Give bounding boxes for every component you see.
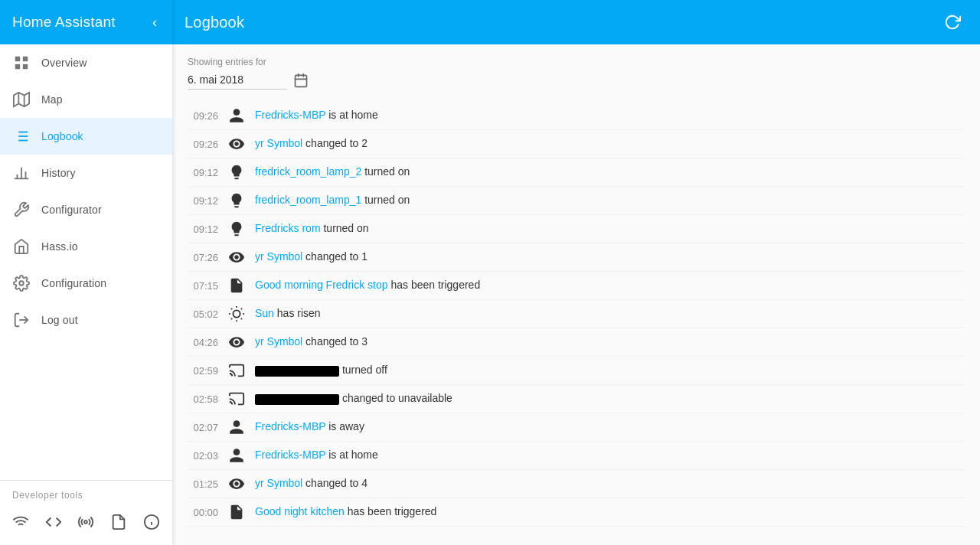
sidebar-item-map[interactable]: Map xyxy=(0,81,172,118)
showing-entries-label: Showing entries for xyxy=(188,57,965,67)
nav-item-label: Configurator xyxy=(41,204,160,216)
dev-wifi-button[interactable] xyxy=(8,508,34,536)
sidebar-item-history[interactable]: History xyxy=(0,155,172,191)
log-entry: 00:00Good night kitchen has been trigger… xyxy=(188,498,965,527)
log-entry: 07:15Good morning Fredrick stop has been… xyxy=(188,272,965,300)
log-entity-link[interactable]: Good night kitchen xyxy=(255,505,345,517)
log-entity-link[interactable]: yr Symbol xyxy=(255,250,302,263)
nav-item-label: Logbook xyxy=(41,130,160,142)
sidebar-item-hass-io[interactable]: Hass.io xyxy=(0,228,172,265)
log-text: Good night kitchen has been triggered xyxy=(255,504,965,520)
grid-icon xyxy=(12,54,31,72)
svg-rect-3 xyxy=(23,64,28,69)
log-entry: 09:12fredrick_room_lamp_2 turned on xyxy=(188,158,965,187)
page-title: Logbook xyxy=(185,14,244,31)
nav-item-label: Overview xyxy=(41,57,160,69)
person-icon xyxy=(227,418,246,436)
dev-info-button[interactable] xyxy=(138,508,165,536)
developer-tools-label: Developer tools xyxy=(0,484,172,504)
svg-marker-4 xyxy=(14,93,29,106)
svg-line-36 xyxy=(241,308,242,309)
log-text: Fredricks-MBP is away xyxy=(255,419,965,435)
log-text: Fredricks rom turned on xyxy=(255,221,965,237)
sidebar-item-configurator[interactable]: Configurator xyxy=(0,191,172,228)
eye-icon xyxy=(227,248,246,266)
nav-item-label: Map xyxy=(41,93,160,106)
dev-code-button[interactable] xyxy=(41,508,67,536)
sidebar-item-overview[interactable]: Overview xyxy=(0,44,172,81)
log-entity-link[interactable]: Sun xyxy=(255,307,274,319)
script-icon xyxy=(227,276,246,295)
sidebar-collapse-button[interactable]: ‹ xyxy=(149,11,160,34)
nav-item-label: Log out xyxy=(41,314,160,326)
date-filter: Showing entries for xyxy=(188,57,965,90)
content-area: Showing entries for 09:26Fredricks-MBP i… xyxy=(172,44,980,545)
main-content: Logbook Showing entries for xyxy=(172,0,980,545)
log-time: 09:26 xyxy=(188,139,218,150)
log-entity-link[interactable]: fredrick_room_lamp_2 xyxy=(255,165,361,178)
log-entry: 04:26yr Symbol changed to 3 xyxy=(188,328,965,357)
script-icon xyxy=(227,503,246,521)
log-time: 07:26 xyxy=(188,252,218,263)
log-entry: 05:02Sun has risen xyxy=(188,300,965,328)
cast-icon xyxy=(227,361,246,380)
log-entity-link[interactable]: yr Symbol xyxy=(255,137,302,149)
sidebar-item-logbook[interactable]: Logbook xyxy=(0,118,172,155)
log-time: 05:02 xyxy=(188,308,218,320)
redacted-entity xyxy=(255,366,339,377)
log-text: Fredricks-MBP is at home xyxy=(255,448,965,463)
calendar-button[interactable] xyxy=(293,73,309,88)
date-input[interactable] xyxy=(188,70,287,90)
log-entity-link[interactable]: fredrick_room_lamp_1 xyxy=(255,194,361,206)
log-time: 07:15 xyxy=(188,280,218,292)
log-entity-link[interactable]: Fredricks-MBP xyxy=(255,109,325,121)
sidebar-item-logout[interactable]: Log out xyxy=(0,302,172,338)
dev-broadcast-button[interactable] xyxy=(73,508,100,536)
svg-line-35 xyxy=(231,318,232,319)
topbar: Logbook xyxy=(172,0,980,44)
log-text: yr Symbol changed to 1 xyxy=(255,250,965,265)
exit-icon xyxy=(12,311,31,329)
svg-point-28 xyxy=(233,310,240,317)
log-time: 02:03 xyxy=(188,450,218,462)
log-time: 02:59 xyxy=(188,365,218,377)
log-time: 02:58 xyxy=(188,393,218,405)
nav-item-label: Hass.io xyxy=(41,240,160,253)
log-entity-link[interactable]: Good morning Fredrick stop xyxy=(255,279,388,291)
log-text: Sun has risen xyxy=(255,306,965,321)
log-entity-link[interactable]: Fredricks rom xyxy=(255,222,321,234)
log-text: fredrick_room_lamp_2 turned on xyxy=(255,165,965,180)
date-row xyxy=(188,70,965,90)
cast-icon xyxy=(227,390,246,408)
sidebar-title: Home Assistant xyxy=(12,14,116,31)
log-time: 09:12 xyxy=(188,195,218,207)
person-icon xyxy=(227,446,246,465)
log-text: fredrick_room_lamp_1 turned on xyxy=(255,193,965,208)
svg-point-20 xyxy=(85,521,88,524)
log-entry: 02:07Fredricks-MBP is away xyxy=(188,413,965,442)
nav-item-label: History xyxy=(41,167,160,179)
sidebar-header: Home Assistant ‹ xyxy=(0,0,172,44)
log-text: Good morning Fredrick stop has been trig… xyxy=(255,278,965,293)
bar-chart-icon xyxy=(12,164,31,182)
log-entity-link[interactable]: yr Symbol xyxy=(255,335,302,348)
log-entity-link[interactable]: Fredricks-MBP xyxy=(255,420,325,432)
log-entry: 09:26Fredricks-MBP is at home xyxy=(188,102,965,130)
log-entry: 09:26yr Symbol changed to 2 xyxy=(188,130,965,158)
dev-file-button[interactable] xyxy=(106,508,132,536)
eye-icon xyxy=(227,475,246,493)
log-text: changed to unavailable xyxy=(255,391,965,406)
log-entity-link[interactable]: yr Symbol xyxy=(255,477,302,489)
log-time: 00:00 xyxy=(188,507,218,518)
refresh-button[interactable] xyxy=(937,7,968,38)
log-text: turned off xyxy=(255,363,965,378)
log-entity-link[interactable]: Fredricks-MBP xyxy=(255,449,325,461)
log-entry: 09:12Fredricks rom turned on xyxy=(188,215,965,243)
bulb-icon xyxy=(227,163,246,181)
sidebar-item-configuration[interactable]: Configuration xyxy=(0,265,172,302)
bulb-icon xyxy=(227,191,246,210)
log-time: 02:07 xyxy=(188,422,218,433)
bulb-icon xyxy=(227,220,246,238)
log-text: yr Symbol changed to 2 xyxy=(255,136,965,152)
log-text: yr Symbol changed to 3 xyxy=(255,335,965,350)
